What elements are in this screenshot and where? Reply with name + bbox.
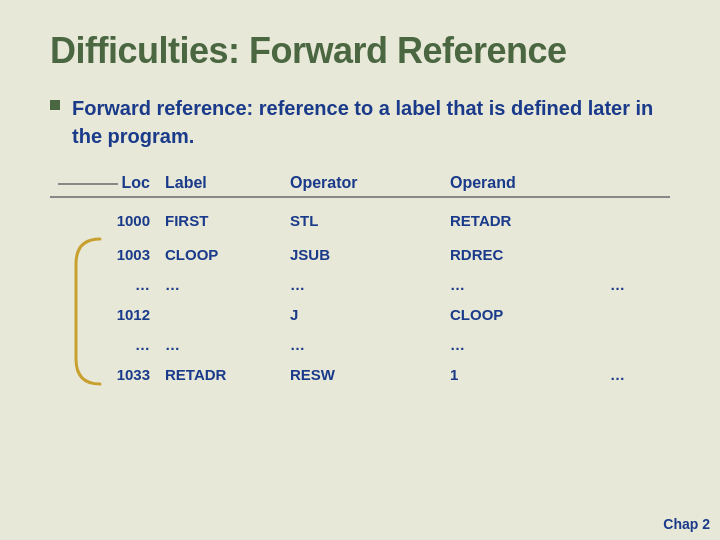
cell-operand-3: … (450, 276, 610, 293)
table-row: … … … … (50, 330, 670, 358)
header-operator: Operator (290, 174, 450, 192)
bullet-text: Forward reference: reference to a label … (72, 94, 670, 150)
slide: Difficulties: Forward Reference Forward … (0, 0, 720, 540)
cell-label-2: CLOOP (160, 246, 290, 263)
table-row: 1003 CLOOP JSUB RDREC (50, 240, 670, 268)
table-row: … … … … … (50, 270, 670, 298)
cell-operand-6: 1 (450, 366, 610, 383)
table-row: 1033 RETADR RESW 1 … (50, 360, 670, 388)
table-row: 1000 FIRST STL RETADR (50, 206, 670, 234)
cell-label-6: RETADR (160, 366, 290, 383)
cell-operator-4: J (290, 306, 450, 323)
cell-operator-1: STL (290, 212, 450, 229)
cell-operand-2: RDREC (450, 246, 610, 263)
cell-operator-3: … (290, 276, 450, 293)
header-operand: Operand (450, 174, 610, 192)
cell-operator-2: JSUB (290, 246, 450, 263)
table-area: Loc Label Operator Operand 1000 FIRST ST… (50, 174, 670, 388)
bullet-icon (50, 100, 60, 110)
cell-label-1: FIRST (160, 212, 290, 229)
header-label: Label (160, 174, 290, 192)
cell-loc-1: 1000 (50, 212, 160, 229)
chap-label: Chap 2 (663, 516, 710, 532)
cell-extra-3: … (610, 276, 670, 293)
cell-operand-4: CLOOP (450, 306, 610, 323)
table-header: Loc Label Operator Operand (50, 174, 670, 198)
table-row: 1012 J CLOOP (50, 300, 670, 328)
bullet-section: Forward reference: reference to a label … (50, 94, 670, 150)
cell-operand-5: … (450, 336, 610, 353)
slide-title: Difficulties: Forward Reference (50, 30, 670, 72)
header-loc: Loc (50, 174, 160, 192)
cell-label-3: … (160, 276, 290, 293)
table-body: 1000 FIRST STL RETADR 1003 CLOOP JSUB RD… (50, 206, 670, 388)
cell-operand-1: RETADR (450, 212, 610, 229)
cell-operator-6: RESW (290, 366, 450, 383)
bracket-icon (68, 234, 108, 389)
cell-operator-5: … (290, 336, 450, 353)
cell-label-5: … (160, 336, 290, 353)
cell-extra-6: … (610, 366, 670, 383)
